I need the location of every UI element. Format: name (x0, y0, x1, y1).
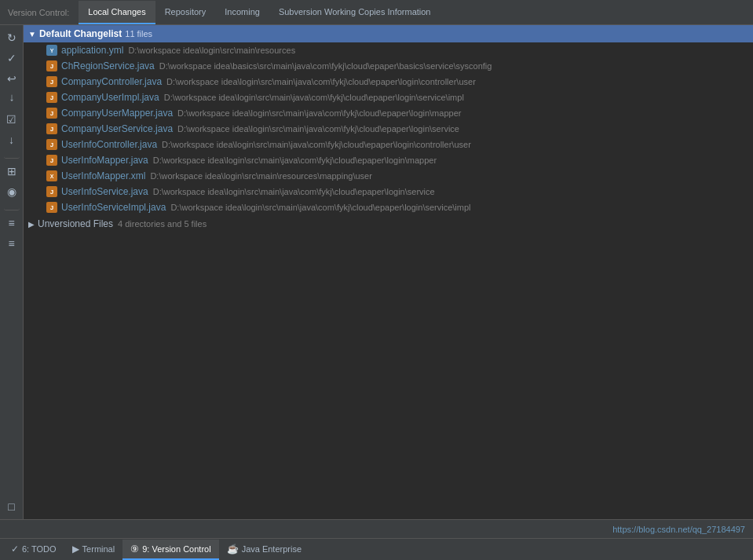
java-icon: J (46, 60, 58, 72)
file-row[interactable]: X UserInfoMapper.xml D:\workspace idea\l… (24, 168, 753, 184)
file-name: UserInfoServiceImpl.java (61, 202, 166, 213)
file-path: D:\workspace idea\login\src\main\java\co… (177, 108, 461, 118)
file-path: D:\workspace idea\login\src\main\java\co… (153, 187, 435, 196)
yaml-icon: Y (46, 44, 58, 57)
file-tree: ▼ Default Changelist 11 files Y applicat… (24, 25, 753, 519)
file-row[interactable]: J ChRegionService.java D:\workspace idea… (24, 58, 753, 74)
file-row[interactable]: J UserInfoServiceImpl.java D:\workspace … (24, 199, 753, 215)
top-tab-bar: Version Control: Local Changes Repositor… (0, 0, 753, 25)
file-name: CompanyController.java (61, 76, 162, 87)
tab-repository[interactable]: Repository (155, 1, 216, 24)
file-name: UserInfoController.java (61, 139, 157, 150)
file-path: D:\workspace idea\login\src\main\java\co… (166, 77, 476, 86)
terminal-label: Terminal (82, 544, 115, 554)
file-name: application.yml (61, 45, 123, 56)
file-name: CompanyUserImpl.java (61, 92, 159, 103)
file-row[interactable]: J UserInfoService.java D:\workspace idea… (24, 184, 753, 199)
file-row[interactable]: J CompanyUserImpl.java D:\workspace idea… (24, 90, 753, 105)
xml-icon: X (46, 170, 58, 182)
status-bar: https://blog.csdn.net/qq_27184497 (0, 519, 753, 538)
file-path: D:\workspace idea\login\src\main\java\co… (164, 93, 464, 102)
toolbar-separator (4, 152, 20, 159)
changelist-header[interactable]: ▼ Default Changelist 11 files (24, 25, 753, 42)
commit-button[interactable]: ☑ (2, 110, 21, 129)
java-icon: J (46, 107, 58, 119)
vc-label: 9: Version Control (142, 544, 210, 554)
toolbar-separator-2 (4, 204, 20, 210)
revert-button[interactable]: ↩ (2, 69, 21, 88)
file-row[interactable]: Y application.yml D:\workspace idea\logi… (24, 42, 753, 58)
file-row[interactable]: J UserInfoController.java D:\workspace i… (24, 137, 753, 152)
main-area: ↻ ✓ ↩ ↑ ☑ ↓ ⊞ ◉ ≡ ≡ □ ▼ Default Changeli… (0, 25, 753, 519)
file-path: D:\workspace idea\login\src\main\java\co… (170, 203, 470, 212)
settings-button[interactable]: ≡ (2, 234, 21, 253)
todo-label: 6: TODO (22, 544, 57, 554)
java-icon: J (46, 138, 58, 151)
tab-subversion[interactable]: Subversion Working Copies Information (269, 1, 440, 24)
file-name: UserInfoMapper.xml (61, 170, 145, 181)
java-icon: J (46, 185, 58, 198)
file-path: D:\workspace idea\basics\src\main\java\c… (159, 61, 492, 71)
extra-button[interactable]: □ (2, 497, 21, 516)
java-icon: J (46, 75, 58, 88)
file-path: D:\workspace idea\login\src\main\java\co… (162, 140, 471, 149)
changelist-arrow: ▼ (28, 30, 36, 38)
file-name: UserInfoMapper.java (61, 155, 148, 166)
java-icon: J (46, 201, 58, 214)
tab-todo[interactable]: ✓ 6: TODO (3, 540, 64, 560)
unversioned-arrow: ▶ (28, 220, 35, 229)
unversioned-count: 4 directories and 5 files (118, 219, 207, 229)
tab-incoming[interactable]: Incoming (215, 1, 269, 24)
file-row[interactable]: J UserInfoMapper.java D:\workspace idea\… (24, 152, 753, 168)
changelist-name: Default Changelist (39, 28, 122, 39)
tab-java-enterprise[interactable]: ☕ Java Enterprise (219, 540, 309, 560)
file-row[interactable]: J CompanyUserMapper.java D:\workspace id… (24, 105, 753, 121)
file-row[interactable]: J CompanyController.java D:\workspace id… (24, 74, 753, 90)
file-path: D:\workspace idea\login\src\main\resourc… (150, 171, 371, 181)
file-path: D:\workspace idea\login\src\main\java\co… (177, 124, 459, 134)
bottom-tab-bar: ✓ 6: TODO ▶ Terminal ⑨ 9: Version Contro… (0, 538, 753, 560)
status-url: https://blog.csdn.net/qq_27184497 (612, 525, 745, 534)
refresh-button[interactable]: ↻ (2, 28, 21, 47)
java-icon: J (46, 154, 58, 167)
java-enterprise-icon: ☕ (227, 544, 239, 555)
download-button[interactable]: ↓ (2, 130, 21, 149)
file-name: CompanyUserService.java (61, 123, 173, 134)
list-button[interactable]: ≡ (2, 214, 21, 232)
group-button[interactable]: ⊞ (2, 162, 21, 181)
vc-icon: ⑨ (130, 544, 139, 555)
terminal-icon: ▶ (72, 544, 79, 555)
update-button[interactable]: ↑ (2, 90, 21, 108)
todo-icon: ✓ (11, 544, 19, 555)
file-path: D:\workspace idea\login\src\main\java\co… (153, 156, 437, 165)
tab-version-control[interactable]: ⑨ 9: Version Control (122, 540, 218, 560)
java-icon: J (46, 123, 58, 135)
check-button[interactable]: ✓ (2, 49, 21, 68)
file-name: ChRegionService.java (61, 60, 155, 71)
unversioned-header[interactable]: ▶ Unversioned Files 4 directories and 5 … (24, 215, 753, 232)
file-path: D:\workspace idea\login\src\main\resourc… (128, 46, 295, 55)
file-name: CompanyUserMapper.java (61, 108, 173, 119)
file-name: UserInfoService.java (61, 186, 148, 197)
file-row[interactable]: J CompanyUserService.java D:\workspace i… (24, 121, 753, 137)
java-icon: J (46, 91, 58, 104)
tab-terminal[interactable]: ▶ Terminal (64, 540, 123, 560)
java-enterprise-label: Java Enterprise (242, 544, 302, 554)
unversioned-label: Unversioned Files (38, 218, 113, 229)
eye-button[interactable]: ◉ (2, 182, 21, 201)
left-toolbar: ↻ ✓ ↩ ↑ ☑ ↓ ⊞ ◉ ≡ ≡ □ (0, 25, 24, 519)
changelist-count: 11 files (125, 29, 152, 38)
version-control-label: Version Control: (5, 8, 72, 17)
tab-local-changes[interactable]: Local Changes (79, 1, 155, 24)
